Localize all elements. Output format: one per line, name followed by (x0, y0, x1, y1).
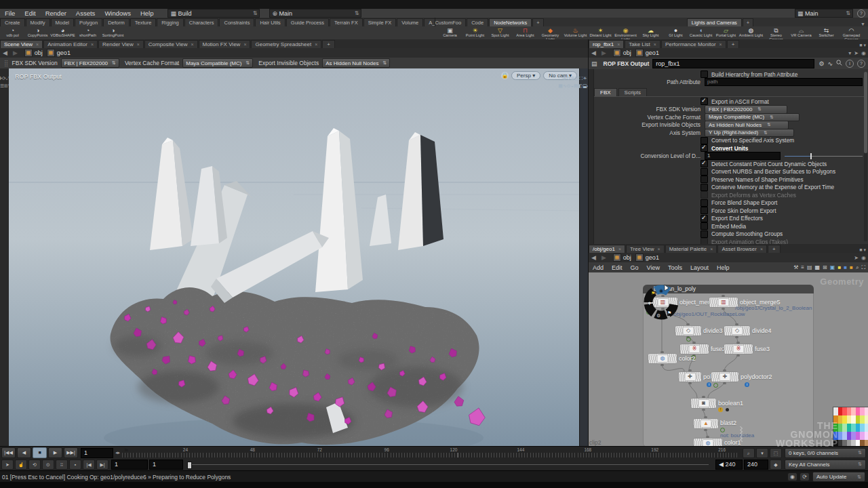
shelf-tab[interactable]: A_CustomFoo (424, 18, 466, 26)
range-start-field[interactable]: 1 (111, 460, 148, 470)
main-desktop-spinner-icon[interactable]: ⇅ (355, 10, 359, 16)
conversion-level-slider[interactable] (785, 153, 863, 159)
path-item[interactable]: ▦ geo1 (635, 49, 659, 57)
shelf-tab[interactable]: Texture (130, 18, 157, 26)
search-icon[interactable] (836, 60, 842, 67)
network-toolbar-icon[interactable]: ▦ (815, 264, 821, 270)
sdk-version-menu[interactable]: FBX | FBX202000⇅ (705, 105, 787, 114)
auto-update-menu[interactable]: Auto Update ⇅ (812, 472, 865, 482)
shelf-tab[interactable]: Deform (103, 18, 130, 26)
checkbox[interactable] (701, 137, 708, 144)
add-shelf-tab-button[interactable]: + (532, 18, 543, 26)
close-icon[interactable]: × (760, 247, 763, 251)
checkbox[interactable] (701, 199, 708, 207)
play-backward-button[interactable]: ◀ (17, 447, 31, 458)
motion-effects-icon[interactable]: ∿ (827, 60, 833, 67)
pane-tab[interactable]: Performance Monitor × (661, 40, 726, 48)
checkbox[interactable] (701, 230, 708, 238)
param-checkbox-row[interactable]: Preserve Names of Shape Primitives (589, 176, 868, 184)
shelf-tool[interactable]: ◑ SortingPoint (100, 26, 125, 38)
viewport-display-icon[interactable]: ▦ (558, 83, 563, 88)
shelf-tab[interactable]: Modify (26, 18, 50, 26)
param-build-hierarchy[interactable]: Build Hierarchy from Path Attribute (589, 70, 868, 79)
shelf-tab[interactable]: Simple FX (363, 18, 397, 26)
shelf-tool[interactable]: ◖ Caustic Light (688, 26, 713, 38)
pane-tab[interactable]: Tree View × (626, 245, 665, 253)
node-name-field[interactable]: rop_fbx1 (652, 59, 814, 68)
keys-info-menu[interactable]: 0 keys, 0/0 channels ⇅ (785, 448, 866, 458)
shelf-tab[interactable]: Code (467, 18, 488, 26)
close-icon[interactable]: × (191, 42, 193, 47)
shelf-tool[interactable]: ◔ vdb pol (0, 26, 25, 38)
shelf-tab[interactable]: Guide Process (286, 18, 329, 26)
network-toolbar-icon[interactable]: ⌕ (856, 264, 859, 271)
pane-tab[interactable]: Material Palette × (665, 245, 717, 253)
forward-icon[interactable]: ▶ (599, 49, 609, 56)
palette-color-swatch[interactable] (865, 432, 868, 440)
param-checkbox-row[interactable]: Force Skin Deform Export (589, 207, 868, 215)
help-icon[interactable]: ? (857, 60, 865, 68)
viewport-display-icon[interactable]: ☀ (583, 76, 587, 81)
pin-icon[interactable]: ➤ (854, 255, 859, 261)
pane-tab[interactable]: /obj/geo1 × (589, 245, 625, 253)
menu-item[interactable]: Go (627, 264, 643, 271)
shelf-tool[interactable]: Π Area Light (513, 26, 538, 38)
toolbar-grip[interactable]: ⣿ (0, 60, 12, 66)
param-checkbox-row[interactable]: Convert NURBS and Bezier Surfaces to Pol… (589, 168, 868, 176)
shelf-tool[interactable]: ⇆ Switcher (814, 26, 839, 38)
close-icon[interactable]: × (315, 42, 317, 47)
range-start-icon[interactable]: |◀ (83, 460, 95, 470)
go-first-frame-button[interactable]: |◀◀ (1, 447, 16, 458)
menu-item[interactable]: Help (136, 9, 159, 17)
right-desktop-selector[interactable]: ▦ Main ⇅ (795, 9, 853, 18)
range-end-icon[interactable]: ▶| (96, 460, 108, 470)
checkbox[interactable] (701, 160, 708, 167)
playbar-option-icon[interactable]: ⊙ (42, 460, 54, 470)
operation-control-menu[interactable]: Maya Compatible (MC) ⇅ (182, 58, 253, 68)
viewport-display-icon[interactable]: ⬚ (558, 76, 563, 81)
checkbox[interactable] (701, 184, 708, 191)
palette-color-swatch[interactable] (865, 424, 868, 432)
pane-tab[interactable]: Composite View × (144, 40, 198, 48)
network-toolbar-icon[interactable]: ■ (850, 264, 853, 270)
menu-item[interactable]: Edit (608, 264, 627, 271)
info-icon[interactable]: i (846, 60, 854, 68)
desktop-selector[interactable]: ▦ Build ⇅ (167, 9, 260, 18)
menu-item[interactable]: Add (589, 264, 608, 271)
add-pane-tab-button[interactable]: + (322, 40, 335, 48)
shelf-tab-lights-cameras[interactable]: Lights and Cameras (687, 18, 742, 26)
forward-icon[interactable]: ▶ (10, 49, 20, 56)
shelf-tool[interactable]: ☀ Point Light (462, 26, 488, 38)
network-toolbar-icon[interactable]: ▣ (830, 264, 835, 270)
param-checkbox-row[interactable]: Embed Media (589, 222, 868, 230)
shelf-tab[interactable]: Rigging (157, 18, 183, 26)
main-desktop-selector[interactable]: ⊕ Main ⇅ (269, 9, 361, 18)
network-toolbar-icon[interactable]: ⚒ (793, 264, 798, 270)
palette-color-swatch[interactable] (865, 415, 868, 424)
network-editor-canvas[interactable]: Geometry boolean_lo_poly ▥ object_merg (589, 272, 868, 447)
shelf-overflow-icon[interactable]: ▼ (861, 22, 865, 26)
pane-tab[interactable]: Motion FX View × (199, 40, 251, 48)
checkbox[interactable] (701, 176, 708, 183)
menu-item[interactable]: Assets (71, 9, 100, 17)
param-export-ascii[interactable]: Export in ASCII Format (589, 98, 868, 106)
shelf-tool[interactable]: ◔ shortPath (75, 26, 100, 38)
checkbox[interactable] (701, 207, 708, 214)
shelf-tab[interactable]: Constraints (219, 18, 254, 26)
checkbox[interactable] (701, 168, 708, 176)
timeline-options-icon[interactable]: ▾ (756, 448, 768, 458)
shelf-tool[interactable]: ✶ Distant Light (588, 26, 613, 38)
folder-tab[interactable]: FBX (594, 88, 617, 96)
recook-icon[interactable]: ⟳ (800, 472, 810, 481)
shelf-tab[interactable]: Model (51, 18, 74, 26)
keyframe-icon[interactable]: ◆ (770, 460, 782, 470)
shelf-tab[interactable]: Characters (184, 18, 219, 26)
menu-item[interactable]: View (643, 264, 664, 271)
close-icon[interactable]: × (137, 42, 140, 47)
operation-control-menu[interactable]: FBX | FBX202000 ⇅ (61, 58, 119, 68)
pane-tab[interactable]: rop_fbx1 × (589, 40, 624, 48)
close-icon[interactable]: × (719, 42, 722, 47)
menu-item[interactable]: Help (713, 264, 734, 271)
pane-divider[interactable] (588, 39, 589, 447)
pane-tab[interactable]: Scene View × (0, 40, 43, 48)
